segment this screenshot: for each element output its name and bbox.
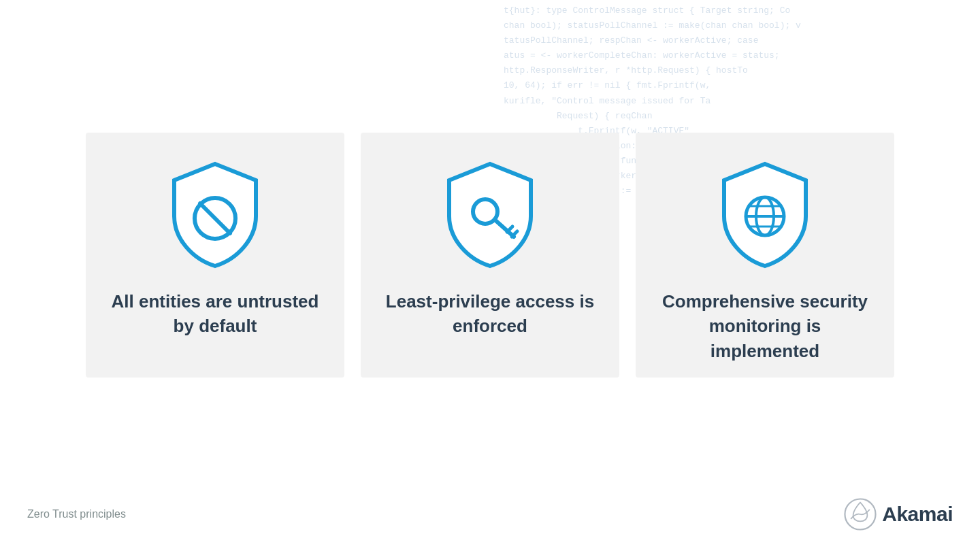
bottom-label: Zero Trust principles <box>27 508 126 520</box>
bottom-bar: Zero Trust principles Akamai <box>0 497 980 551</box>
akamai-logo-text: Akamai <box>882 503 953 526</box>
card-monitoring-text: Comprehensive security monitoring is imp… <box>636 289 894 363</box>
akamai-logo-icon <box>843 497 878 532</box>
main-content: All entities are untrusted by default Le… <box>0 0 980 551</box>
cards-section: All entities are untrusted by default Le… <box>0 0 980 497</box>
shield-key-icon <box>436 160 544 269</box>
akamai-logo: Akamai <box>843 497 953 532</box>
card-privilege: Least-privilege access is enforced <box>361 133 619 378</box>
shield-globe-icon <box>710 160 819 269</box>
card-privilege-text: Least-privilege access is enforced <box>361 289 619 339</box>
shield-block-icon <box>161 160 270 269</box>
card-monitoring: Comprehensive security monitoring is imp… <box>636 133 894 378</box>
card-untrusted-text: All entities are untrusted by default <box>86 289 344 339</box>
card-untrusted: All entities are untrusted by default <box>86 133 344 378</box>
